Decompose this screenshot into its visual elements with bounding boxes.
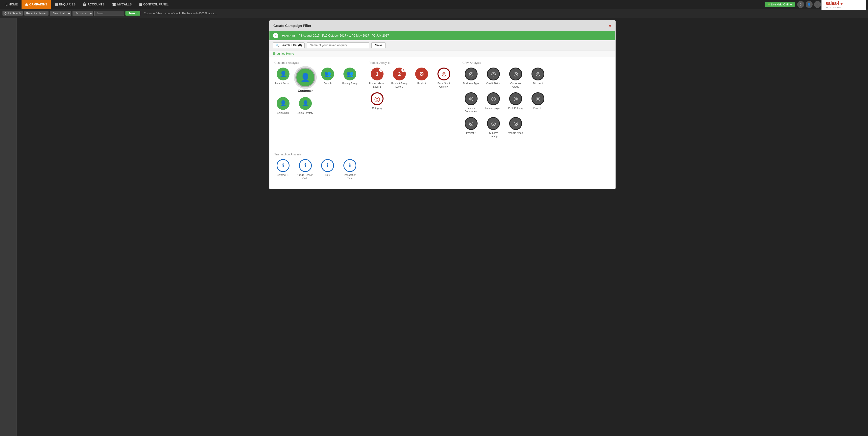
contract-id-label: Contract ID bbox=[277, 174, 289, 177]
accounts-dropdown[interactable]: Accounts bbox=[72, 11, 93, 16]
contract-id-icon: ℹ bbox=[277, 159, 289, 172]
finance-dept-label: Finance Department bbox=[462, 107, 480, 113]
filter-item-contract-id[interactable]: ℹ Contract ID bbox=[274, 159, 292, 180]
search-bar: Quick Search Recently Viewed Search all … bbox=[0, 9, 868, 18]
section-product-analysis: Product Analysis 1 1 Product Group Level… bbox=[368, 61, 453, 138]
finance-dept-icon: ◎ bbox=[465, 92, 477, 105]
pref-call-day-label: Pref. Call day bbox=[508, 107, 523, 110]
filter-item-customer[interactable]: 👤 Customer bbox=[297, 67, 314, 93]
search-input[interactable] bbox=[94, 11, 124, 16]
recently-viewed-button[interactable]: Recently Viewed bbox=[24, 11, 49, 15]
sunday-trading-label: Sunday Trading bbox=[485, 131, 502, 138]
branch-label: Branch bbox=[323, 82, 332, 85]
product-analysis-items: 1 1 Product Group Level 1 2 2 Pr bbox=[368, 67, 453, 88]
filter-item-sunday-trading[interactable]: ◎ Sunday Trading bbox=[485, 117, 502, 138]
credit-status-icon: ◎ bbox=[487, 67, 500, 81]
save-filter-button[interactable]: Save bbox=[371, 42, 385, 48]
ticker-text: Customer View v out of stock! Replace wi… bbox=[144, 12, 218, 15]
discount-icon: ◎ bbox=[531, 67, 545, 81]
breadcrumb-link[interactable]: Enquiries Home bbox=[273, 52, 294, 56]
product-group-1-icon: 1 1 bbox=[371, 67, 383, 81]
filter-item-pref-call-day[interactable]: ◎ Pref. Call day bbox=[507, 92, 524, 113]
filter-item-product[interactable]: ⚙ Product bbox=[413, 67, 430, 88]
variance-dates: P8 August 2017 - P10 October 2017 vs. P5… bbox=[299, 34, 389, 37]
filter-item-iceland-project[interactable]: ◎ Iceland project bbox=[485, 92, 502, 113]
product-group-2-icon: 2 2 bbox=[393, 67, 406, 81]
help-icon[interactable]: ? bbox=[797, 1, 804, 8]
sales-territory-label: Sales Territory bbox=[298, 111, 313, 115]
filter-item-finance-dept[interactable]: ◎ Finance Department bbox=[462, 92, 480, 113]
enquiries-icon: ▦ bbox=[55, 2, 58, 6]
nav-mycalls[interactable]: ☎ MYCALLS bbox=[108, 0, 135, 9]
business-type-label: Business Type bbox=[463, 82, 479, 85]
filter-item-customer-grade[interactable]: ◎ Customer Grade bbox=[507, 67, 524, 88]
filter-item-sales-rep[interactable]: 👤 Sales Rep bbox=[274, 97, 292, 115]
iceland-project-icon: ◎ bbox=[487, 92, 500, 105]
transaction-type-icon: ℹ bbox=[343, 159, 356, 172]
filter-item-category[interactable]: ◎ Category bbox=[368, 92, 386, 110]
filter-item-vehicle-types[interactable]: ◎ vehicle types bbox=[507, 117, 524, 138]
modal-title: Create Campaign Filter bbox=[273, 24, 311, 28]
filter-item-business-type[interactable]: ◎ Business Type bbox=[462, 67, 480, 88]
iceland-project-label: Iceland project bbox=[485, 107, 501, 110]
crm-analysis-items-row3: ◎ Project 2 ◎ Sunday Trading ◎ vehicle t… bbox=[462, 117, 547, 138]
search-filter-button[interactable]: 🔍 Search Filter (0) bbox=[273, 42, 305, 48]
section-customer-analysis: Customer Analysis 👤 Parent Accou... 👤 Cu… bbox=[274, 61, 359, 138]
day-label: Day bbox=[326, 174, 330, 177]
nav-accounts[interactable]: 🏛 ACCOUNTS bbox=[80, 0, 108, 9]
live-help-button[interactable]: Live Help Online bbox=[765, 2, 795, 7]
arrow-icon[interactable]: → bbox=[814, 1, 821, 8]
variance-label: Variance bbox=[282, 34, 295, 38]
filter-item-product-group-2[interactable]: 2 2 Product Group Level 2 bbox=[391, 67, 408, 88]
search-button[interactable]: Search bbox=[125, 11, 141, 15]
product-icon: ⚙ bbox=[415, 67, 428, 81]
filter-item-discount[interactable]: ◎ Discount bbox=[529, 67, 547, 88]
filter-item-sales-territory[interactable]: 👤 Sales Territory bbox=[297, 97, 314, 115]
pref-call-day-icon: ◎ bbox=[509, 92, 522, 105]
filter-item-parent-account[interactable]: 👤 Parent Accou... bbox=[274, 67, 292, 93]
accounts-icon: 🏛 bbox=[83, 2, 86, 6]
user-icon[interactable]: 👤 bbox=[806, 1, 813, 8]
mycalls-icon: ☎ bbox=[112, 2, 116, 6]
section-title-transaction: Transaction Analysis bbox=[274, 153, 359, 156]
filter-item-buying-group[interactable]: 👥 Buying Group bbox=[341, 67, 359, 93]
controlpanel-icon: ⊞ bbox=[139, 2, 142, 6]
transaction-analysis-items: ℹ Contract ID ℹ Credit Reason Code ℹ Day bbox=[274, 159, 359, 180]
filter-item-project-2[interactable]: ◎ Project 2 bbox=[462, 117, 480, 138]
credit-status-label: Credit Status bbox=[486, 82, 501, 85]
logo: sales-i ● SELL SMART bbox=[822, 0, 866, 10]
filter-item-product-group-1[interactable]: 1 1 Product Group Level 1 bbox=[368, 67, 386, 88]
filter-item-transaction-type[interactable]: ℹ Transaction Type bbox=[341, 159, 359, 180]
filter-item-credit-reason-code[interactable]: ℹ Credit Reason Code bbox=[297, 159, 314, 180]
nav-campaigns[interactable]: ◉ CAMPAIGNS bbox=[22, 0, 51, 9]
customer-grade-icon: ◎ bbox=[509, 67, 522, 81]
filter-item-credit-status[interactable]: ◎ Credit Status bbox=[485, 67, 502, 88]
nav-controlpanel[interactable]: ⊞ CONTROL PANEL bbox=[135, 0, 172, 9]
filter-item-basic-stock[interactable]: ◎ Basic Stock Quantity bbox=[435, 67, 453, 88]
parent-account-label: Parent Accou... bbox=[275, 82, 291, 85]
variance-icon: ~ bbox=[273, 33, 278, 38]
section-crm-analysis: CRM Analysis ◎ Business Type ◎ Credit St… bbox=[462, 61, 547, 138]
search-all-dropdown[interactable]: Search all bbox=[50, 11, 71, 16]
sections-row: Customer Analysis 👤 Parent Accou... 👤 Cu… bbox=[274, 61, 611, 185]
project-2-label: Project 2 bbox=[466, 131, 476, 135]
badge-2: 2 bbox=[401, 68, 405, 72]
filter-item-project-1[interactable]: ◎ Project 1 bbox=[529, 92, 547, 113]
nav-enquiries[interactable]: ▦ ENQUIRIES bbox=[51, 0, 79, 9]
buying-group-label: Buying Group bbox=[342, 82, 357, 85]
campaigns-icon: ◉ bbox=[25, 2, 28, 6]
discount-label: Discount bbox=[533, 82, 543, 85]
product-group-2-label: Product Group Level 2 bbox=[391, 82, 408, 88]
quick-search-button[interactable]: Quick Search bbox=[2, 11, 23, 15]
filter-item-day[interactable]: ℹ Day bbox=[319, 159, 336, 180]
category-icon: ◎ bbox=[371, 92, 383, 105]
filter-grid: Customer Analysis 👤 Parent Accou... 👤 Cu… bbox=[270, 57, 615, 189]
nav-home[interactable]: ⌂ HOME bbox=[2, 0, 21, 9]
filter-name-input[interactable] bbox=[307, 42, 369, 48]
modal-close-button[interactable]: ● bbox=[609, 23, 612, 28]
customer-grade-label: Customer Grade bbox=[507, 82, 524, 88]
filter-item-branch[interactable]: 👥 Branch bbox=[319, 67, 336, 93]
main-content: Create Campaign Filter ● ~ Variance P8 A… bbox=[0, 18, 868, 436]
section-title-customer: Customer Analysis bbox=[274, 61, 359, 65]
top-navigation: ⌂ HOME ◉ CAMPAIGNS ▦ ENQUIRIES 🏛 ACCOUNT… bbox=[0, 0, 868, 9]
